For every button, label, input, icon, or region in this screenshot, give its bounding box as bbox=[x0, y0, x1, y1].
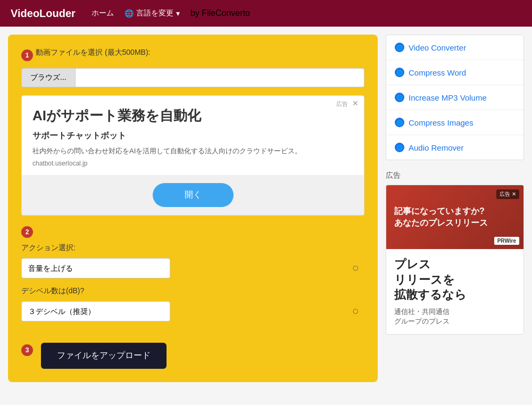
sidebar-ad-image: 広告 ✕ 記事になっていますか?あなたのプレスリリース PRWire bbox=[386, 185, 523, 249]
db-select-wrapper: ３デシベル（推奨） bbox=[21, 301, 364, 321]
sidebar-ad-small: 通信社・共同通信グループのプレス bbox=[394, 307, 516, 326]
ad-url: chatbot.userlocal.jp bbox=[32, 160, 353, 167]
sidebar: 🌐 Video Converter 🌐 Compress Word 🌐 Incr… bbox=[386, 35, 524, 382]
globe-icon-0: 🌐 bbox=[395, 43, 404, 52]
ad-description: 社内外からの問い合わせ対応をAIを活用して自動化する法人向けのクラウドサービス。 bbox=[32, 146, 353, 156]
step2-badge: 2 bbox=[21, 226, 33, 238]
sidebar-ad-block: 広告 ✕ 記事になっていますか?あなたのプレスリリース PRWire プレスリリ… bbox=[386, 185, 524, 335]
sidebar-ad-badge: 広告 ✕ bbox=[496, 189, 519, 199]
sidebar-item-increase-mp3[interactable]: 🌐 Increase MP3 Volume bbox=[386, 85, 523, 110]
step2-row: 2 bbox=[21, 226, 364, 238]
sidebar-item-compress-word[interactable]: 🌐 Compress Word bbox=[386, 60, 523, 85]
file-name-input[interactable] bbox=[76, 68, 364, 87]
globe-icon: 🌐 bbox=[124, 9, 134, 18]
sidebar-ad-img-text: 記事になっていますか?あなたのプレスリリース bbox=[394, 205, 488, 229]
sidebar-item-audio-remover[interactable]: 🌐 Audio Remover bbox=[386, 135, 523, 160]
db-label: デシベル数は(dB)? bbox=[21, 286, 364, 296]
action-label: アクション選択: bbox=[21, 243, 364, 253]
main-nav: ホーム 🌐 言語を変更 ▾ by FileConverto bbox=[92, 9, 250, 18]
ad-block: 広告 ✕ AIがサポート業務を自動化 サポートチャットボット 社内外からの問い合… bbox=[21, 95, 364, 216]
sidebar-link-label-1: Compress Word bbox=[409, 68, 466, 77]
step3-row: 3 ファイルをアップロード bbox=[21, 332, 364, 369]
step1-row: 1 動画ファイルを選択 (最大500MB): bbox=[21, 48, 364, 63]
sidebar-link-label-2: Increase MP3 Volume bbox=[409, 93, 487, 102]
sidebar-ad-big-text: プレスリリースを拡散するなら bbox=[394, 257, 516, 303]
nav-home[interactable]: ホーム bbox=[92, 9, 114, 18]
sidebar-link-label-0: Video Converter bbox=[409, 43, 466, 52]
action-select-wrapper: 音量を上げる bbox=[21, 258, 364, 278]
sidebar-ad-content: プレスリリースを拡散するなら 通信社・共同通信グループのプレス bbox=[386, 249, 523, 334]
globe-icon-4: 🌐 bbox=[395, 143, 404, 152]
sidebar-ad-label: 広告 bbox=[386, 171, 524, 180]
sidebar-item-compress-images[interactable]: 🌐 Compress Images bbox=[386, 110, 523, 135]
action-select[interactable]: 音量を上げる bbox=[21, 258, 170, 278]
db-select[interactable]: ３デシベル（推奨） bbox=[21, 301, 170, 321]
ad-close-button[interactable]: ✕ bbox=[352, 99, 359, 108]
step1-badge: 1 bbox=[21, 49, 33, 61]
sidebar-link-label-4: Audio Remover bbox=[409, 143, 463, 152]
ad-label: 広告 bbox=[336, 100, 348, 108]
header: VideoLouder ホーム 🌐 言語を変更 ▾ by FileConvert… bbox=[0, 0, 532, 27]
sidebar-links: 🌐 Video Converter 🌐 Compress Word 🌐 Incr… bbox=[386, 35, 524, 160]
globe-icon-1: 🌐 bbox=[395, 68, 404, 77]
site-logo[interactable]: VideoLouder bbox=[11, 7, 76, 20]
file-input-row: ブラウズ... bbox=[21, 68, 364, 87]
prwire-badge: PRWire bbox=[494, 237, 519, 245]
ad-subtitle: サポートチャットボット bbox=[32, 130, 353, 142]
globe-icon-3: 🌐 bbox=[395, 118, 404, 127]
by-fileconverto: by FileConverto bbox=[190, 9, 250, 18]
sidebar-link-label-3: Compress Images bbox=[409, 118, 473, 127]
page-content: 1 動画ファイルを選択 (最大500MB): ブラウズ... 広告 ✕ AIがサ… bbox=[0, 27, 532, 390]
ad-open-button[interactable]: 開く bbox=[153, 183, 234, 207]
ad-open-bg: 開く bbox=[22, 175, 364, 215]
main-area: 1 動画ファイルを選択 (最大500MB): ブラウズ... 広告 ✕ AIがサ… bbox=[8, 35, 378, 382]
lang-button[interactable]: 🌐 言語を変更 ▾ bbox=[124, 9, 180, 18]
file-label: 動画ファイルを選択 (最大500MB): bbox=[36, 48, 150, 57]
sidebar-item-video-converter[interactable]: 🌐 Video Converter bbox=[386, 35, 523, 60]
browse-button[interactable]: ブラウズ... bbox=[21, 68, 76, 87]
ad-title: AIがサポート業務を自動化 bbox=[32, 106, 353, 125]
globe-icon-2: 🌐 bbox=[395, 93, 404, 102]
step3-badge: 3 bbox=[21, 344, 33, 356]
upload-button[interactable]: ファイルをアップロード bbox=[41, 343, 167, 369]
